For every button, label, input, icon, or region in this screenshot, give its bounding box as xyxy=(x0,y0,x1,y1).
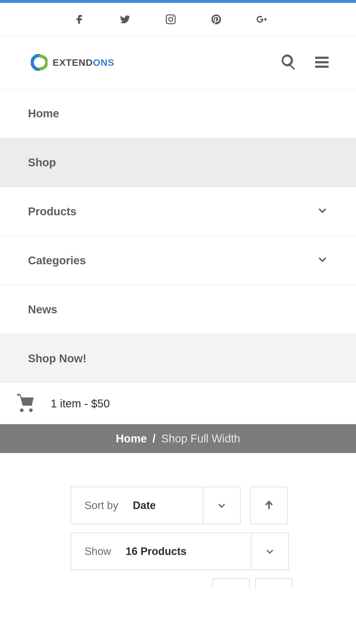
social-bar xyxy=(0,3,356,36)
nav-news[interactable]: News xyxy=(0,285,356,334)
main-nav: Home Shop Products Categories News Shop … xyxy=(0,89,356,383)
search-icon[interactable] xyxy=(280,53,298,72)
instagram-icon[interactable] xyxy=(164,13,177,26)
view-switch xyxy=(71,578,356,589)
chevron-down-icon[interactable] xyxy=(203,487,240,524)
nav-shopnow[interactable]: Shop Now! xyxy=(0,334,356,383)
nav-item-label: Home xyxy=(28,107,59,120)
breadcrumb-separator: / xyxy=(153,432,156,445)
nav-item-label: Products xyxy=(28,205,76,218)
nav-item-label: Shop xyxy=(28,156,56,169)
sort-control[interactable]: Sort by Date xyxy=(71,487,241,524)
show-value: 16 Products xyxy=(122,545,251,557)
breadcrumb: Home / Shop Full Width xyxy=(0,424,356,453)
view-option-1[interactable] xyxy=(212,578,250,589)
header: EXTENDONS xyxy=(0,36,356,89)
logo[interactable]: EXTENDONS xyxy=(31,54,114,71)
twitter-icon[interactable] xyxy=(118,13,132,26)
nav-item-label: Shop Now! xyxy=(28,352,86,365)
menu-icon[interactable] xyxy=(313,53,331,72)
pinterest-icon[interactable] xyxy=(210,13,223,26)
sort-value: Date xyxy=(129,500,203,512)
show-control[interactable]: Show 16 Products xyxy=(71,533,289,570)
chevron-down-icon[interactable] xyxy=(251,533,288,570)
view-option-2[interactable] xyxy=(255,578,293,589)
logo-mark-icon xyxy=(31,54,48,71)
sort-direction-button[interactable] xyxy=(250,487,288,524)
header-actions xyxy=(280,53,331,72)
show-label: Show xyxy=(71,545,122,557)
product-controls: Sort by Date Show 16 Products xyxy=(0,453,356,605)
nav-item-label: Categories xyxy=(28,254,86,267)
nav-shop[interactable]: Shop xyxy=(0,138,356,187)
nav-item-label: News xyxy=(28,303,57,316)
nav-categories[interactable]: Categories xyxy=(0,236,356,285)
googleplus-icon[interactable] xyxy=(255,13,269,26)
sort-label: Sort by xyxy=(71,500,129,512)
arrow-up-icon xyxy=(263,500,275,511)
cart-icon xyxy=(15,392,37,415)
logo-text: EXTENDONS xyxy=(53,57,114,68)
chevron-down-icon[interactable] xyxy=(317,254,328,267)
cart-summary[interactable]: 1 item - $50 xyxy=(0,383,356,424)
breadcrumb-current: Shop Full Width xyxy=(161,432,240,445)
nav-home[interactable]: Home xyxy=(0,89,356,138)
nav-products[interactable]: Products xyxy=(0,187,356,236)
breadcrumb-home[interactable]: Home xyxy=(116,432,147,445)
facebook-icon[interactable] xyxy=(73,13,86,26)
top-accent-bar xyxy=(0,0,356,3)
chevron-down-icon[interactable] xyxy=(317,205,328,218)
cart-text: 1 item - $50 xyxy=(51,397,110,410)
